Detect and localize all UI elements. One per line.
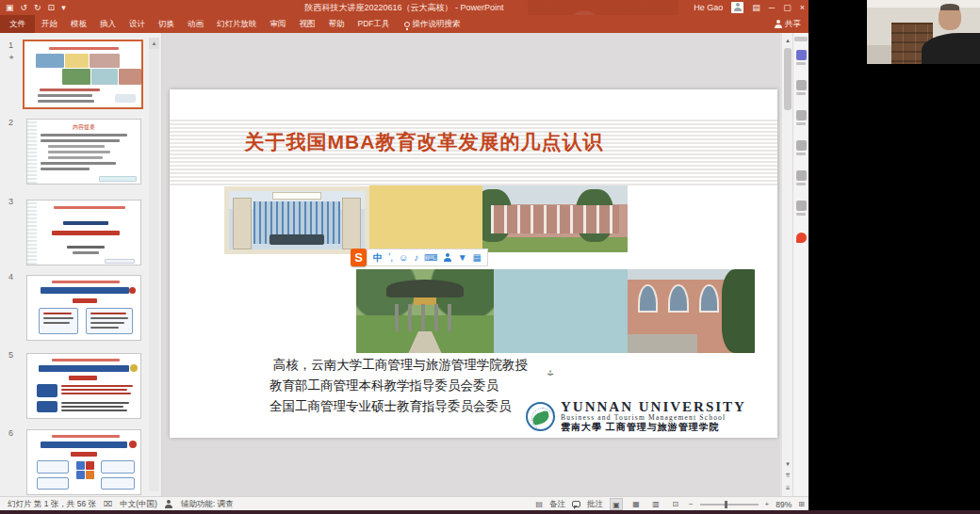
start-slideshow-icon[interactable]: ⊡ [48, 3, 56, 12]
slide-title[interactable]: 关于我国MBA教育改革发展的几点认识 [188, 129, 660, 155]
photo-arched-building[interactable] [628, 269, 755, 353]
user-name[interactable]: He Gao [694, 3, 723, 12]
plugin-toolbar-item[interactable] [795, 201, 807, 216]
language-status[interactable]: 中文(中国) [120, 499, 157, 510]
thumbnail-scrollbar[interactable]: ▲ [149, 38, 159, 491]
sogou-logo-icon[interactable]: S [351, 249, 367, 266]
restore-button[interactable]: ▢ [783, 3, 792, 12]
photo-pavilion[interactable] [356, 269, 494, 353]
user-icon [733, 3, 742, 11]
slide-counter: 幻灯片 第 1 张，共 56 张 [8, 499, 96, 510]
skin-icon[interactable]: ▼ [458, 249, 467, 266]
quick-access-toolbar: ▣ ↺ ↻ ⊡ ▾ [6, 0, 66, 15]
plugin-toolbar-item[interactable] [795, 110, 807, 125]
customize-qat-icon[interactable]: ▾ [61, 3, 66, 12]
zoom-out-button[interactable]: − [689, 500, 694, 508]
status-bar: 幻灯片 第 1 张，共 56 张 ⌧ 中文(中国) 辅助功能: 调查 ▤ 备注 … [0, 496, 808, 511]
punctuation-icon[interactable]: ’, [388, 249, 393, 266]
voice-input-icon[interactable]: ♪ [414, 249, 418, 266]
university-logo[interactable]: YUNNAN UNIVERSITY Business and Tourism M… [526, 400, 746, 433]
spellcheck-icon[interactable]: ⌧ [104, 500, 112, 508]
toolbox-icon[interactable]: ▦ [473, 249, 482, 266]
notes-icon: ▤ [535, 500, 543, 508]
plugin-toolbar-item[interactable] [795, 170, 807, 185]
notes-toggle[interactable]: 备注 [549, 499, 565, 510]
fit-to-window-icon[interactable]: ⊞ [798, 500, 805, 508]
tab-transitions[interactable]: 切换 [152, 15, 181, 33]
thumbnail-slide-2[interactable]: 内容提要 [26, 119, 141, 185]
tab-design[interactable]: 设计 [122, 15, 152, 33]
thumb2-title: 内容提要 [27, 123, 140, 132]
redo-icon[interactable]: ↻ [34, 3, 41, 12]
logo-en-name: YUNNAN UNIVERSITY [561, 400, 746, 413]
save-icon[interactable]: ▣ [6, 3, 14, 12]
tab-review[interactable]: 审阅 [264, 15, 293, 33]
slideshow-view-button[interactable]: ⊡ [669, 498, 682, 510]
thumbnail-slide-3[interactable] [26, 200, 141, 265]
tab-file[interactable]: 文件 [0, 15, 35, 33]
slide-sorter-view-button[interactable]: ▦ [629, 498, 643, 510]
main-scrollbar[interactable]: ▲ ▼ ⇈ ⇊ [781, 33, 792, 496]
plugin-toolbar-item[interactable] [795, 233, 807, 243]
tab-slideshow[interactable]: 幻灯片放映 [210, 15, 264, 33]
mouse-move-cursor: ↔↕ [545, 367, 556, 378]
tab-template[interactable]: 模板 [64, 15, 93, 33]
account-icon[interactable] [444, 253, 452, 262]
photo-university-gate[interactable] [224, 186, 369, 254]
thumbnail-slide-5[interactable] [26, 353, 141, 419]
taskbar-edge [0, 510, 980, 514]
plugin-toolbar-item[interactable] [795, 140, 807, 155]
soft-keyboard-icon[interactable]: ⌨ [424, 249, 437, 266]
close-button[interactable]: × [800, 3, 805, 12]
tab-home[interactable]: 开始 [35, 15, 64, 33]
plugin-toolbar-item[interactable] [795, 80, 807, 95]
webcam-video-tile[interactable] [867, 0, 980, 64]
logo-en-school: Business and Tourism Management School [561, 413, 746, 422]
tab-help[interactable]: 帮助 [322, 15, 351, 33]
speaker-line: 教育部工商管理本科教学指导委员会委员 [270, 378, 498, 393]
tell-me-search[interactable]: 操作说明搜索 [404, 19, 461, 30]
teal-color-block[interactable] [494, 269, 628, 353]
scrollbar-thumb[interactable] [784, 48, 792, 110]
slide-number: 5 [8, 350, 13, 360]
zoom-level[interactable]: 89% [776, 500, 792, 509]
tab-pdf-tools[interactable]: PDF工具 [351, 15, 397, 33]
accessibility-status[interactable]: 辅助功能: 调查 [181, 499, 234, 510]
logo-zh-school: 雲南大學 工商管理与旅游管理学院 [561, 422, 746, 433]
photo-historic-building[interactable] [482, 185, 628, 252]
comments-toggle[interactable]: 批注 [587, 499, 603, 510]
yellow-color-block[interactable] [369, 185, 482, 252]
reading-view-button[interactable]: ▥ [649, 498, 662, 510]
lightbulb-icon [404, 22, 410, 27]
thumbnail-slide-1[interactable] [23, 40, 143, 109]
emoji-icon[interactable]: ☺ [399, 249, 408, 266]
thumbnail-slide-6[interactable] [26, 429, 141, 495]
minimize-button[interactable]: ─ [769, 3, 775, 12]
ribbon-display-options-icon[interactable]: ▤ [752, 3, 760, 12]
zoom-slider[interactable] [700, 504, 759, 506]
animation-star-icon: ★ [8, 54, 14, 61]
chinese-mode-icon[interactable]: 中 [373, 249, 383, 266]
avatar[interactable] [731, 2, 743, 13]
zoom-in-button[interactable]: + [765, 500, 770, 508]
slide-canvas[interactable]: 关于我国MBA教育改革发展的几点认识 [170, 89, 777, 438]
slide-number: 6 [8, 428, 13, 438]
slide-number: 3 [8, 197, 13, 206]
scroll-up-icon[interactable]: ▲ [149, 38, 159, 49]
plugin-toolbar-item[interactable] [795, 50, 807, 65]
university-seal-icon [526, 402, 555, 431]
undo-icon[interactable]: ↺ [21, 3, 28, 12]
speaker-line: 高核，云南大学工商管理与旅游管理学院教授 [270, 358, 528, 372]
tab-insert[interactable]: 插入 [93, 15, 122, 33]
zoom-slider-thumb[interactable] [725, 501, 727, 508]
presenter-head [939, 5, 961, 30]
share-button[interactable]: 共享 [774, 15, 801, 33]
tab-animations[interactable]: 动画 [181, 15, 210, 33]
speaker-line: 全国工商管理专业硕士教育指导委员会委员 [270, 399, 512, 413]
thumbnail-slide-4[interactable] [26, 275, 141, 341]
tab-view[interactable]: 视图 [293, 15, 322, 33]
plugin-header[interactable] [794, 37, 808, 41]
normal-view-button[interactable]: ▣ [610, 498, 623, 510]
powerpoint-window: ▣ ↺ ↻ ⊡ ▾ 陕西科技大讲座20220616（云大高核） - PowerP… [0, 0, 808, 514]
speaker-info-text[interactable]: 高核，云南大学工商管理与旅游管理学院教授教育部工商管理本科教学指导委员会委员全国… [270, 355, 528, 417]
